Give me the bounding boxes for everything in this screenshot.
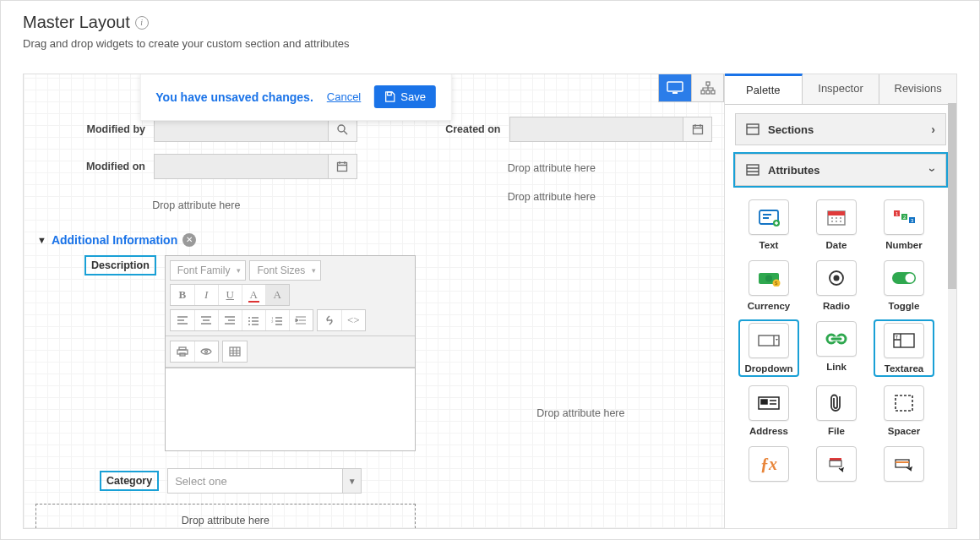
calendar-icon[interactable] xyxy=(328,155,357,178)
drop-zone[interactable]: Drop attribute here xyxy=(35,191,357,220)
drop-zone-dashed[interactable]: Drop attribute here xyxy=(35,504,416,528)
section-title: Additional Information xyxy=(52,233,177,247)
svg-rect-51 xyxy=(896,460,909,467)
italic-button[interactable]: I xyxy=(194,285,218,305)
panel-tabs: Palette Inspector Revisions xyxy=(725,74,956,105)
attr-toggle[interactable]: Toggle xyxy=(875,260,933,311)
svg-point-18 xyxy=(205,351,208,353)
table-button[interactable] xyxy=(223,341,247,362)
modified-on-input[interactable] xyxy=(154,154,357,179)
chevron-down-icon: › xyxy=(927,168,940,172)
svg-rect-9 xyxy=(693,126,702,134)
scrollbar[interactable] xyxy=(948,103,956,528)
cancel-link[interactable]: Cancel xyxy=(327,90,361,103)
tab-revisions[interactable]: Revisions xyxy=(879,74,956,104)
chevron-down-icon: ▼ xyxy=(342,469,361,493)
attr-dropdown[interactable]: Dropdown xyxy=(740,321,798,375)
link-button[interactable] xyxy=(318,310,341,330)
rich-text-editor[interactable]: Font Family Font Sizes B I U A A xyxy=(165,255,416,451)
page-header: Master Layout i Drag and drop widgets to… xyxy=(1,1,979,57)
drop-zone[interactable]: Drop attribute here xyxy=(391,183,713,211)
attr-number[interactable]: 123 Number xyxy=(875,199,933,250)
section-header[interactable]: ▼ Additional Information ✕ xyxy=(37,233,712,247)
attr-date[interactable]: Date xyxy=(808,199,865,250)
svg-point-7 xyxy=(338,125,345,132)
desktop-view-button[interactable] xyxy=(659,74,691,101)
search-icon[interactable] xyxy=(328,117,357,141)
calendar-icon[interactable] xyxy=(683,117,711,141)
svg-rect-19 xyxy=(230,347,240,356)
align-center-button[interactable] xyxy=(194,310,218,330)
attr-file[interactable]: File xyxy=(808,385,865,436)
caret-down-icon: ▼ xyxy=(37,235,46,245)
font-size-select[interactable]: Font Sizes xyxy=(249,260,321,281)
unsaved-message: You have unsaved changes. xyxy=(155,90,313,104)
align-right-button[interactable] xyxy=(218,310,242,330)
scrollbar-thumb[interactable] xyxy=(948,103,956,289)
code-button[interactable]: <> xyxy=(341,310,365,330)
accordion-sections[interactable]: Sections › xyxy=(735,113,946,145)
attr-radio[interactable]: Radio xyxy=(808,260,865,311)
indent-button[interactable] xyxy=(289,310,313,330)
print-button[interactable] xyxy=(171,341,194,362)
page-title: Master Layout xyxy=(23,13,130,32)
remove-section-icon[interactable]: ✕ xyxy=(182,233,196,247)
side-panel: Palette Inspector Revisions Sections › A… xyxy=(724,74,956,528)
hierarchy-view-button[interactable] xyxy=(691,74,723,101)
svg-rect-8 xyxy=(338,163,347,172)
attr-spacer[interactable]: Spacer xyxy=(875,385,933,436)
design-surface[interactable]: You have unsaved changes. Cancel Save Mo… xyxy=(24,74,724,528)
svg-rect-6 xyxy=(388,92,392,95)
svg-rect-4 xyxy=(706,90,710,94)
accordion-attributes[interactable]: Attributes › xyxy=(735,154,946,186)
category-label: Category xyxy=(100,471,159,491)
svg-point-10 xyxy=(248,317,250,319)
modified-on-label: Modified on xyxy=(35,161,154,172)
page-subtitle: Drag and drop widgets to create your cus… xyxy=(23,37,957,50)
attr-textarea[interactable]: T Textarea xyxy=(875,321,933,375)
svg-rect-0 xyxy=(667,82,683,91)
attr-link[interactable]: Link xyxy=(808,321,865,375)
svg-rect-1 xyxy=(672,92,678,94)
font-color-button[interactable]: A xyxy=(242,285,265,305)
svg-rect-48 xyxy=(896,395,912,411)
attr-formula[interactable]: ƒx xyxy=(740,446,798,487)
attr-text[interactable]: Text xyxy=(740,199,798,250)
category-select[interactable]: Select one ▼ xyxy=(167,468,362,494)
attr-currency[interactable]: $ Currency xyxy=(740,260,798,311)
editor-body[interactable] xyxy=(166,368,415,450)
section-icon xyxy=(746,123,760,135)
created-on-label: Created on xyxy=(391,123,509,135)
save-button[interactable]: Save xyxy=(374,85,436,108)
preview-button[interactable] xyxy=(194,341,218,362)
attr-relationship[interactable] xyxy=(808,446,865,487)
svg-rect-47 xyxy=(761,400,767,404)
drop-zone[interactable]: Drop attribute here xyxy=(449,399,712,428)
bullet-list-button[interactable] xyxy=(242,310,265,330)
drop-zone[interactable]: Drop attribute here xyxy=(391,154,713,183)
attr-address[interactable]: Address xyxy=(740,385,798,436)
align-left-button[interactable] xyxy=(171,310,194,330)
underline-button[interactable]: U xyxy=(218,285,242,305)
view-toggle xyxy=(658,74,724,102)
svg-rect-3 xyxy=(701,90,705,94)
svg-rect-50 xyxy=(830,461,841,466)
svg-rect-25 xyxy=(828,211,845,215)
bold-button[interactable]: B xyxy=(171,285,194,305)
description-label: Description xyxy=(84,255,156,275)
created-on-input[interactable] xyxy=(509,117,713,142)
info-icon[interactable]: i xyxy=(135,16,149,30)
svg-point-12 xyxy=(248,324,250,325)
svg-point-37 xyxy=(834,275,840,281)
layout-canvas: You have unsaved changes. Cancel Save Mo… xyxy=(23,74,957,529)
attribute-palette: Text Date 123 Number $ Currency Radio To… xyxy=(725,186,948,500)
highlight-button[interactable]: A xyxy=(265,285,289,305)
number-list-button[interactable]: 12 xyxy=(265,310,289,330)
tab-palette[interactable]: Palette xyxy=(725,74,803,104)
tab-inspector[interactable]: Inspector xyxy=(803,74,880,104)
svg-rect-2 xyxy=(706,82,710,85)
chevron-right-icon: › xyxy=(931,123,935,136)
unsaved-changes-banner: You have unsaved changes. Cancel Save xyxy=(139,74,452,121)
attr-lookup[interactable] xyxy=(875,446,933,487)
font-family-select[interactable]: Font Family xyxy=(170,260,247,281)
